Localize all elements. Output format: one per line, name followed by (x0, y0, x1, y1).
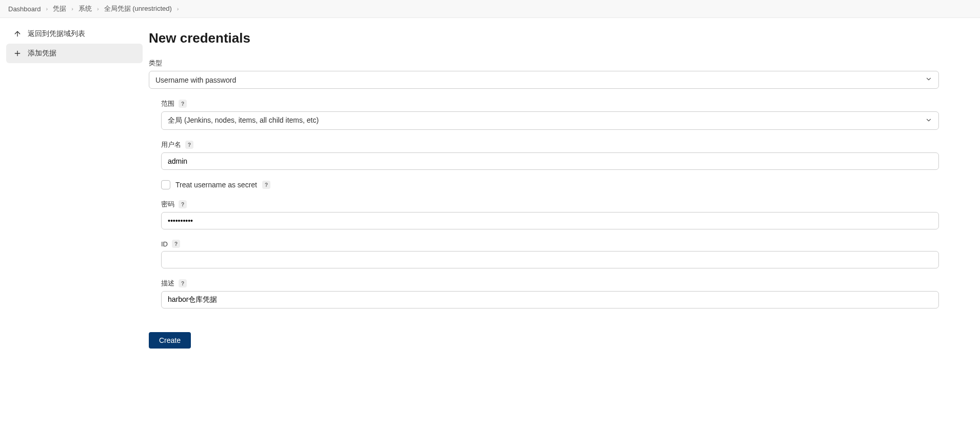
breadcrumb-item-dashboard[interactable]: Dashboard (8, 5, 41, 13)
input-username[interactable] (161, 152, 939, 170)
label-text: 类型 (149, 59, 162, 68)
page-title: New credentials (149, 30, 949, 46)
select-scope[interactable]: 全局 (Jenkins, nodes, items, all child ite… (161, 111, 939, 130)
sidebar-item-back[interactable]: 返回到凭据域列表 (6, 24, 143, 44)
chevron-right-icon: › (71, 6, 73, 12)
input-password[interactable] (161, 212, 939, 229)
select-type[interactable]: Username with password (149, 71, 939, 89)
label-description: 描述 ? (161, 279, 939, 288)
checkbox-treat-secret[interactable] (161, 180, 170, 189)
create-button[interactable]: Create (149, 332, 191, 349)
help-icon[interactable]: ? (262, 181, 270, 189)
label-text: 描述 (161, 279, 174, 288)
chevron-right-icon: › (177, 6, 179, 12)
breadcrumb-item-system[interactable]: 系统 (79, 4, 92, 13)
sidebar-item-add-credentials[interactable]: 添加凭据 (6, 44, 143, 63)
select-type-value: Username with password (155, 76, 236, 84)
breadcrumb: Dashboard › 凭据 › 系统 › 全局凭据 (unrestricted… (0, 0, 980, 18)
help-icon[interactable]: ? (179, 100, 187, 108)
label-text: 范围 (161, 99, 174, 108)
help-icon[interactable]: ? (185, 141, 193, 149)
label-id: ID ? (161, 240, 939, 248)
form-footer: Create (149, 324, 939, 357)
chevron-down-icon (925, 75, 932, 84)
select-scope-value: 全局 (Jenkins, nodes, items, all child ite… (168, 116, 319, 125)
sidebar-item-label: 返回到凭据域列表 (28, 29, 85, 38)
label-text: ID (161, 240, 168, 248)
main-content: New credentials 类型 Username with passwor… (149, 18, 970, 442)
chevron-right-icon: › (97, 6, 99, 12)
sidebar: 返回到凭据域列表 添加凭据 (0, 18, 149, 442)
plus-icon (13, 49, 22, 57)
input-id[interactable] (161, 251, 939, 268)
label-scope: 范围 ? (161, 99, 939, 108)
chevron-right-icon: › (46, 6, 48, 12)
label-text: 用户名 (161, 140, 181, 149)
help-icon[interactable]: ? (179, 200, 187, 208)
arrow-up-icon (13, 30, 22, 38)
breadcrumb-item-credentials[interactable]: 凭据 (53, 4, 66, 13)
help-icon[interactable]: ? (172, 240, 180, 248)
label-text: 密码 (161, 200, 174, 209)
label-password: 密码 ? (161, 200, 939, 209)
label-type: 类型 (149, 59, 939, 68)
label-username: 用户名 ? (161, 140, 939, 149)
input-description[interactable] (161, 291, 939, 308)
breadcrumb-item-global[interactable]: 全局凭据 (unrestricted) (104, 4, 172, 13)
checkbox-treat-secret-label: Treat username as secret (175, 181, 257, 189)
chevron-down-icon (925, 117, 932, 125)
sidebar-item-label: 添加凭据 (28, 49, 56, 58)
help-icon[interactable]: ? (179, 279, 187, 287)
